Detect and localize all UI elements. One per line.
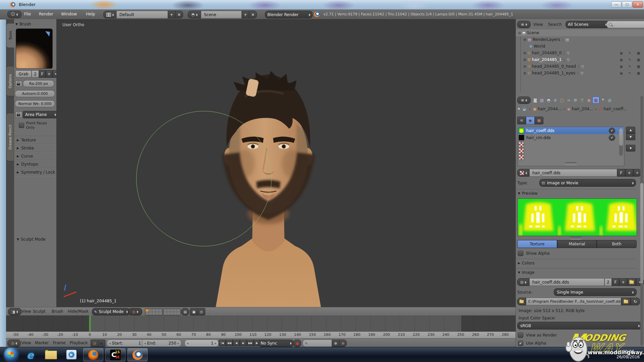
show-alpha-checkbox[interactable] [518, 251, 523, 256]
tab-constraints-icon[interactable]: ∞ [566, 97, 572, 103]
sculpt-plane-dropdown[interactable]: Area Plane [23, 111, 58, 118]
minimize-button[interactable]: — [611, 1, 622, 8]
image-fake-user-button[interactable]: F [612, 278, 619, 286]
tl-menu-view[interactable]: View [21, 341, 31, 345]
brush-panel-header[interactable]: ▼ Brush [15, 22, 31, 26]
tab-render-icon[interactable]: ◙ [532, 97, 538, 103]
slot-row-empty[interactable] [518, 147, 624, 154]
menu-file[interactable]: File [24, 12, 31, 16]
media-player-icon[interactable]: ▶ [66, 350, 76, 359]
keying-set-field[interactable]: ✎ [303, 340, 336, 347]
layers-grid-b[interactable] [163, 308, 181, 315]
outliner-row-head1[interactable]: ⊕ ▽ head_204485_1_eyes | ▽ ◉ ↖ ▣ [516, 70, 644, 76]
timeline-track[interactable] [6, 315, 516, 331]
viewport-editor-selector[interactable]: ◨ [8, 308, 21, 315]
slot-specials-button[interactable]: ▼ [626, 145, 635, 152]
panel-curve[interactable]: ▶Curve [14, 152, 59, 161]
menu-render[interactable]: Render [39, 12, 53, 16]
creation-master-taskbar-button[interactable]: C 15 M [105, 348, 125, 361]
slot-enable-checkbox[interactable]: ✔ [609, 128, 615, 134]
tl-menu-playback[interactable]: Playback [70, 341, 88, 345]
view-as-render-checkbox[interactable] [518, 333, 523, 338]
menu-window[interactable]: Window [61, 12, 77, 16]
pivot-dropdown[interactable]: ◎ [128, 308, 142, 315]
breadcrumb-object[interactable]: hair_2044... [538, 107, 561, 111]
current-frame-field[interactable]: ◂ 1 ▸ [184, 340, 219, 347]
selectable-cursor-icon[interactable]: ↖ [628, 64, 631, 69]
preview-resize-grip[interactable] [570, 237, 582, 240]
texture-browse-button[interactable] [517, 169, 529, 177]
pin-icon[interactable]: ✦ [517, 107, 521, 111]
timeline-ruler[interactable]: -50-40-30-20-100102030405060708090100110… [6, 331, 516, 339]
radius-lock-button[interactable] [15, 81, 22, 87]
outliner-row-world[interactable]: ⊕ World [516, 43, 644, 50]
tab-particles-icon[interactable]: * [600, 97, 606, 103]
preview-tab-texture[interactable]: Texture [517, 240, 557, 248]
vp-menu-view[interactable]: View [21, 309, 31, 314]
visibility-eye-icon[interactable]: ◉ [620, 64, 623, 69]
visibility-eye-icon[interactable]: ◉ [620, 51, 623, 55]
snap-button[interactable]: ▤ [181, 308, 189, 315]
brush-preview[interactable] [16, 28, 53, 69]
path-reload-button[interactable]: ↻ [631, 298, 640, 305]
radius-slider[interactable]: Ra:200 px [23, 80, 54, 87]
clock-time[interactable]: 00:06 [623, 349, 634, 354]
front-faces-checkbox[interactable] [19, 123, 24, 128]
outliner-row-hair1-active[interactable]: ⊕ ▽ hair_204485_1 | ▽ ◉ ↖ ▣ [516, 56, 644, 63]
image-panel-header[interactable]: ▼ Image [518, 270, 535, 275]
render-opengl-anim-button[interactable]: ◷ [197, 308, 205, 315]
language-indicator[interactable]: FR [570, 352, 576, 357]
preview-panel-header[interactable]: ▼ Preview [518, 191, 538, 196]
firefox-taskbar-button[interactable] [83, 348, 103, 361]
panel-dyntopo[interactable]: ▶Dyntopo [14, 160, 59, 169]
vp-menu-hide-mask[interactable]: Hide/Mask [68, 309, 89, 314]
renderable-camera-icon[interactable]: ▣ [637, 51, 640, 55]
play-button[interactable]: ▶ [240, 340, 247, 346]
slot-row-selected[interactable]: hair_coeff.dds ✔ [518, 127, 624, 134]
preview-tab-material[interactable]: Material [557, 240, 597, 248]
breadcrumb-material[interactable]: hair_204... [572, 107, 593, 111]
outliner-row-hair0[interactable]: ⊕ ▽ hair_204485_0 | ▽ ◉ ↖ ▣ [516, 50, 644, 56]
insert-keyframe-button[interactable]: ⊕ [332, 340, 339, 347]
image-browse-button[interactable]: ▤ [517, 278, 529, 286]
texture-add-button[interactable]: + [625, 169, 633, 177]
tab-physics-icon[interactable]: ◎ [606, 97, 613, 103]
close-button[interactable]: ✕ [633, 1, 643, 8]
expand-tree-icon[interactable]: ⊕ [523, 71, 526, 75]
autosmooth-slider[interactable]: Autosm:0.000 [15, 90, 55, 97]
outliner-editor-selector[interactable]: ≡ [517, 21, 531, 28]
panel-texture[interactable]: ▶Texture [14, 136, 59, 144]
collapse-tree-icon[interactable]: ⊖ [518, 31, 521, 35]
tab-object-icon[interactable]: ▢ [559, 97, 565, 103]
viewport-3d[interactable]: User Ortho [56, 19, 516, 307]
normal-weight-slider[interactable]: Normal We: 0.000 [15, 100, 55, 107]
scene-add-button[interactable]: + [241, 11, 249, 18]
source-dropdown[interactable]: Single Image [554, 288, 637, 296]
visibility-eye-icon[interactable]: ◉ [620, 58, 623, 62]
expand-tree-icon[interactable]: ⊕ [523, 58, 526, 62]
slot-move-up-button[interactable]: ▼ [626, 127, 635, 133]
expand-tree-icon[interactable]: ⊕ [523, 38, 526, 42]
renderable-camera-icon[interactable]: ▣ [637, 64, 640, 69]
screen-layout-icon-button[interactable] [103, 11, 117, 18]
maximize-button[interactable]: □ [622, 1, 632, 8]
scene-icon-button[interactable]: ◓ [188, 11, 201, 18]
world-texture-button[interactable]: ⊕ [517, 117, 526, 124]
render-engine-dropdown[interactable]: Blender Render [265, 11, 313, 18]
slot-enable-checkbox[interactable]: ✔ [609, 135, 615, 141]
internet-explorer-icon[interactable]: e [24, 349, 36, 360]
image-users-button[interactable]: 2 [604, 278, 612, 286]
tab-render-layers-icon[interactable]: ▤ [539, 97, 545, 103]
slot-move-down-button[interactable]: ▼ [626, 133, 635, 140]
image-new-button[interactable]: + [619, 278, 627, 286]
panel-stroke[interactable]: ▶Stroke [14, 144, 59, 153]
outliner-row-renderlayers[interactable]: ⊕ ▤ RenderLayers | ▤ [516, 36, 644, 43]
menu-help[interactable]: Help [86, 12, 95, 16]
clock-date[interactable]: 26/09/2016 [616, 355, 640, 359]
renderable-camera-icon[interactable]: ▣ [637, 71, 640, 75]
layout-add-button[interactable]: + [168, 11, 175, 18]
image-open-button[interactable] [627, 278, 636, 286]
type-dropdown[interactable]: ▤ Image or Movie [539, 179, 636, 187]
slot-row-empty[interactable] [518, 141, 624, 147]
colorspace-dropdown[interactable]: sRGB [517, 322, 643, 329]
